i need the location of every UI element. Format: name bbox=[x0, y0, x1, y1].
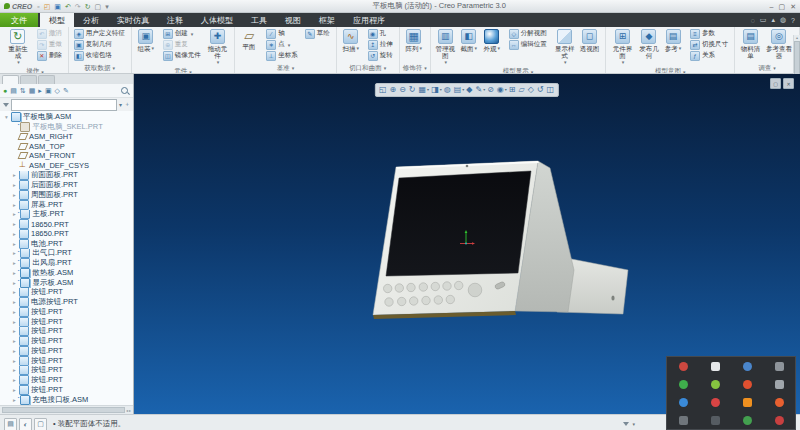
csys-display-icon[interactable]: ↺ bbox=[537, 86, 545, 94]
command-search-icon[interactable]: ◌ bbox=[751, 17, 755, 24]
ribbon-button[interactable]: ⇄ 切换尺寸 bbox=[690, 39, 731, 50]
ribbon-button[interactable]: ∗ 点▾ bbox=[266, 39, 301, 50]
scroll-up-icon[interactable]: ▴ bbox=[796, 35, 798, 40]
tray-icon[interactable] bbox=[775, 362, 784, 371]
ribbon-button[interactable]: ✚ 拖动元件▾ bbox=[206, 28, 229, 67]
tree-item[interactable]: ▸ 按钮.PRT bbox=[2, 375, 126, 385]
ribbon-group-label[interactable]: 调查▾ bbox=[738, 63, 796, 73]
ribbon-tab[interactable]: 实时仿真 bbox=[108, 13, 158, 27]
undo-icon[interactable]: ↶ bbox=[65, 3, 71, 10]
tree-item[interactable]: ▸ ▪ 充电接口板.ASM bbox=[2, 395, 126, 405]
tray-icon[interactable] bbox=[743, 362, 752, 371]
tree-item[interactable]: ▸ ▪ 出气口.PRT bbox=[2, 249, 126, 259]
expand-collapse-icon[interactable]: ⇅ bbox=[20, 87, 26, 95]
ribbon-button[interactable]: ⊞ 创建▾ bbox=[163, 28, 204, 39]
show-annotations-icon[interactable]: ✎▾ bbox=[475, 86, 485, 94]
view-manager-icon[interactable]: ◍ bbox=[444, 86, 452, 94]
datum-display-filters-icon[interactable]: ▤▾ bbox=[454, 86, 465, 94]
ribbon-tab[interactable]: 人体模型 bbox=[192, 13, 242, 27]
ribbon-button[interactable]: ↷ 重做 bbox=[37, 39, 65, 50]
ribbon-button[interactable]: ⊥ 坐标系 bbox=[266, 50, 301, 61]
plane-display-icon[interactable]: ▱ bbox=[519, 86, 526, 94]
tree-item[interactable]: ▸ 按钮.PRT bbox=[2, 336, 126, 346]
expand-arrow-icon[interactable]: ▸ bbox=[11, 358, 18, 364]
ribbon-button[interactable]: ◆ 发布几何 bbox=[637, 28, 661, 67]
tray-icon[interactable] bbox=[743, 380, 752, 389]
tree-item[interactable]: ASM_FRONT bbox=[2, 151, 126, 161]
ribbon-button[interactable]: ▤ 物料清单 bbox=[738, 28, 763, 60]
saved-orientations-icon[interactable]: ◨▾ bbox=[431, 86, 442, 94]
search-dropdown-icon[interactable]: ▾ bbox=[119, 101, 122, 108]
tab-model-tree[interactable] bbox=[2, 75, 19, 84]
add-filter-icon[interactable]: ＋ bbox=[124, 100, 130, 109]
model-tree[interactable]: ▾ 平板电脑.ASM ▪ 平板电脑_SKEL.PRT ASM_RI bbox=[0, 111, 133, 405]
tab-favorites[interactable] bbox=[38, 75, 55, 84]
tree-item[interactable]: ▸ 电源按钮.PRT bbox=[2, 297, 126, 307]
ribbon-button[interactable]: ↶ 撤消 bbox=[37, 28, 65, 39]
expand-arrow-icon[interactable]: ▾ bbox=[3, 114, 10, 120]
ribbon-button[interactable]: ▦ 阵列▾ bbox=[403, 28, 425, 53]
filter-dropdown-icon[interactable]: ▾ bbox=[632, 421, 635, 427]
ribbon-button[interactable]: ↻ 重新生成▾ bbox=[5, 28, 31, 67]
refresh-icon[interactable]: ● bbox=[3, 87, 7, 94]
refit-icon[interactable]: ◱ bbox=[379, 86, 388, 94]
ribbon-group-label[interactable]: 模型意图▾ bbox=[609, 67, 731, 74]
file-menu-button[interactable]: 文件 bbox=[0, 13, 38, 27]
tree-item[interactable]: ▸ 按钮.PRT bbox=[2, 385, 126, 395]
expand-arrow-icon[interactable]: ▸ bbox=[11, 348, 18, 354]
scroll-right-icon[interactable]: ▸ bbox=[129, 408, 131, 413]
expand-arrow-icon[interactable]: ▸ bbox=[11, 270, 18, 276]
tray-icon[interactable] bbox=[679, 416, 688, 425]
tree-item[interactable]: ▸ 按钮.PRT bbox=[2, 366, 126, 376]
tray-icon[interactable] bbox=[743, 416, 752, 425]
ribbon-button[interactable]: ◈ 用户定义特征 bbox=[74, 28, 128, 39]
tray-icon[interactable] bbox=[711, 398, 720, 407]
ribbon-button[interactable]: 显示样式▾ bbox=[552, 28, 578, 67]
tray-icon[interactable] bbox=[743, 398, 752, 407]
ribbon-tab[interactable]: 框架 bbox=[310, 13, 344, 27]
minimize-ribbon-icon[interactable]: ▴ bbox=[771, 16, 775, 24]
tree-item[interactable]: ▸ ▪ 出风扇.PRT bbox=[2, 258, 126, 268]
expand-arrow-icon[interactable]: ▸ bbox=[11, 202, 18, 208]
tree-item[interactable]: ▸ 18650.PRT bbox=[2, 229, 126, 239]
expand-arrow-icon[interactable]: ▸ bbox=[11, 367, 18, 373]
selection-filter[interactable]: ▾ bbox=[623, 421, 635, 427]
expand-arrow-icon[interactable]: ▸ bbox=[11, 172, 18, 178]
expand-arrow-icon[interactable]: ▸ bbox=[11, 231, 18, 237]
layers-icon[interactable]: ⊞ bbox=[509, 86, 517, 94]
display-style-icon[interactable]: ▦▾ bbox=[419, 86, 430, 94]
ribbon-button[interactable]: ↥ 拉伸 bbox=[368, 39, 396, 50]
ribbon-button[interactable]: ↺ 旋转 bbox=[368, 50, 396, 61]
tree-item[interactable]: ▸ 前面面板.PRT bbox=[2, 171, 126, 181]
tree-item[interactable]: ▸ 屏幕.PRT bbox=[2, 200, 126, 210]
ribbon-group-label[interactable]: 操作▾ bbox=[5, 67, 65, 74]
filter-funnel-icon[interactable] bbox=[3, 103, 9, 107]
help-icon[interactable]: ? bbox=[791, 17, 795, 24]
tree-item[interactable]: ▸ 电池.PRT bbox=[2, 239, 126, 249]
new-file-icon[interactable]: ▫ bbox=[37, 3, 39, 10]
save-icon[interactable]: ▣ bbox=[54, 3, 61, 10]
expand-arrow-icon[interactable]: ▸ bbox=[11, 211, 18, 217]
ribbon-button[interactable]: ▣ 复制几何 bbox=[74, 39, 128, 50]
ribbon-tab[interactable]: 工具 bbox=[242, 13, 276, 27]
tab-folder-browser[interactable] bbox=[20, 75, 37, 84]
folder-browser-toggle-icon[interactable]: ▢ bbox=[34, 418, 47, 430]
ribbon-button[interactable]: ⊕ 重复 bbox=[163, 39, 204, 50]
tree-item[interactable]: ▸ 18650.PRT bbox=[2, 219, 126, 229]
ribbon-button[interactable]: ◻ 透视图 bbox=[578, 28, 600, 67]
expand-arrow-icon[interactable]: ▸ bbox=[11, 338, 18, 344]
tree-item[interactable]: ASM_DEF_CSYS bbox=[2, 161, 126, 171]
graphics-window-close-icon[interactable]: ✕ bbox=[783, 78, 794, 89]
tree-item[interactable]: ▸ 按钮.PRT bbox=[2, 307, 126, 317]
expand-arrow-icon[interactable]: ▸ bbox=[11, 280, 18, 286]
ribbon-button[interactable]: ✕ 删除 bbox=[37, 50, 65, 61]
ribbon-display-icon[interactable]: ▭ bbox=[760, 16, 767, 24]
ribbon-group-label[interactable]: 模型显示▾ bbox=[434, 67, 603, 74]
open-file-icon[interactable]: ◰ bbox=[44, 3, 51, 10]
ribbon-tab[interactable]: 注释 bbox=[158, 13, 192, 27]
tree-item[interactable]: ASM_TOP bbox=[2, 141, 126, 151]
ribbon-button[interactable]: 外观▾ bbox=[481, 28, 503, 67]
ribbon-button[interactable]: ▱ 平面 bbox=[238, 28, 260, 51]
ribbon-button[interactable]: ⊞ 元件界面▾ bbox=[609, 28, 635, 67]
tree-columns-icon[interactable]: ▦ bbox=[29, 87, 36, 95]
